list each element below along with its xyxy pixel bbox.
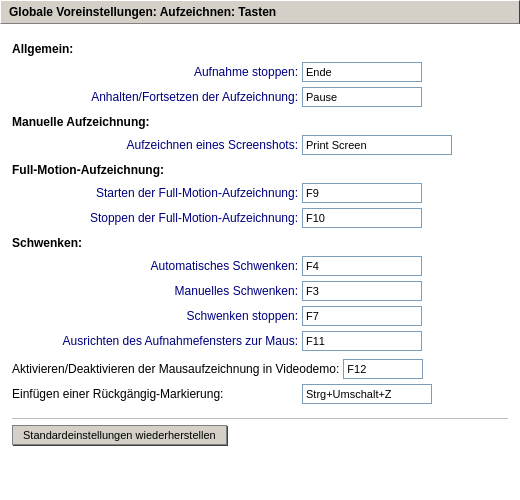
input-schwenken-stoppen[interactable]	[302, 306, 422, 326]
label-screenshot: Aufzeichnen eines Screenshots:	[32, 138, 302, 152]
row-rueckgaengig: Einfügen einer Rückgängig-Markierung:	[12, 384, 508, 404]
label-aufnahme-stoppen: Aufnahme stoppen:	[32, 65, 302, 79]
label-anhalten-fortsetzen: Anhalten/Fortsetzen der Aufzeichnung:	[32, 90, 302, 104]
window-title: Globale Voreinstellungen: Aufzeichnen: T…	[9, 5, 276, 19]
row-manuelles-schwenken: Manuelles Schwenken:	[32, 281, 508, 301]
input-stop-fullmotion[interactable]	[302, 208, 422, 228]
input-auto-schwenken[interactable]	[302, 256, 422, 276]
section-manuelle: Manuelle Aufzeichnung: Aufzeichnen eines…	[12, 115, 508, 155]
row-ausrichten: Ausrichten des Aufnahmefensters zur Maus…	[32, 331, 508, 351]
bottom-bar: Standardeinstellungen wiederherstellen	[12, 418, 508, 445]
label-auto-schwenken: Automatisches Schwenken:	[32, 259, 302, 273]
label-stop-fullmotion: Stoppen der Full-Motion-Aufzeichnung:	[32, 211, 302, 225]
input-anhalten-fortsetzen[interactable]	[302, 87, 422, 107]
input-rueckgaengig[interactable]	[302, 384, 432, 404]
title-bar: Globale Voreinstellungen: Aufzeichnen: T…	[0, 0, 520, 24]
section-allgemein: Allgemein: Aufnahme stoppen: Anhalten/Fo…	[12, 42, 508, 107]
section-header-fullmotion: Full-Motion-Aufzeichnung:	[12, 163, 508, 177]
input-manuelles-schwenken[interactable]	[302, 281, 422, 301]
restore-button[interactable]: Standardeinstellungen wiederherstellen	[12, 425, 227, 445]
label-mausaufzeichnung: Aktivieren/Deaktivieren der Mausaufzeich…	[12, 362, 343, 376]
input-ausrichten[interactable]	[302, 331, 422, 351]
section-fullmotion: Full-Motion-Aufzeichnung: Starten der Fu…	[12, 163, 508, 228]
row-aufnahme-stoppen: Aufnahme stoppen:	[32, 62, 508, 82]
label-ausrichten: Ausrichten des Aufnahmefensters zur Maus…	[32, 334, 302, 348]
row-anhalten-fortsetzen: Anhalten/Fortsetzen der Aufzeichnung:	[32, 87, 508, 107]
input-aufnahme-stoppen[interactable]	[302, 62, 422, 82]
input-start-fullmotion[interactable]	[302, 183, 422, 203]
row-auto-schwenken: Automatisches Schwenken:	[32, 256, 508, 276]
row-stop-fullmotion: Stoppen der Full-Motion-Aufzeichnung:	[32, 208, 508, 228]
label-start-fullmotion: Starten der Full-Motion-Aufzeichnung:	[32, 186, 302, 200]
label-manuelles-schwenken: Manuelles Schwenken:	[32, 284, 302, 298]
row-mausaufzeichnung: Aktivieren/Deaktivieren der Mausaufzeich…	[12, 359, 508, 379]
row-screenshot: Aufzeichnen eines Screenshots:	[32, 135, 508, 155]
input-mausaufzeichnung[interactable]	[343, 359, 423, 379]
section-header-manuelle: Manuelle Aufzeichnung:	[12, 115, 508, 129]
label-rueckgaengig: Einfügen einer Rückgängig-Markierung:	[12, 387, 302, 401]
label-schwenken-stoppen: Schwenken stoppen:	[32, 309, 302, 323]
row-start-fullmotion: Starten der Full-Motion-Aufzeichnung:	[32, 183, 508, 203]
input-screenshot[interactable]	[302, 135, 452, 155]
section-header-schwenken: Schwenken:	[12, 236, 508, 250]
row-schwenken-stoppen: Schwenken stoppen:	[32, 306, 508, 326]
section-schwenken: Schwenken: Automatisches Schwenken: Manu…	[12, 236, 508, 351]
section-header-allgemein: Allgemein:	[12, 42, 508, 56]
